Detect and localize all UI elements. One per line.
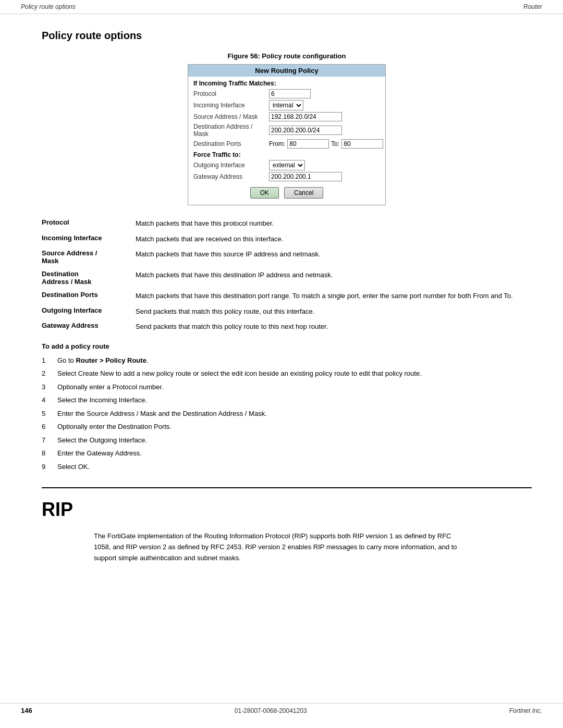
step-3: 3 Optionally enter a Protocol number.: [42, 382, 532, 392]
dialog-section-label: If Incoming Traffic Matches:: [193, 80, 380, 87]
step-num-4: 4: [42, 395, 57, 405]
header-bar: Policy route options Router: [0, 0, 563, 14]
field-name-destination-ports: Destination Ports: [42, 291, 136, 299]
rip-content: The FortiGate implementation of the Rout…: [42, 531, 469, 563]
dialog-row-destination-ports: Destination Ports From: To:: [193, 139, 380, 149]
step-text-8: Enter the Gateway Address.: [57, 448, 532, 459]
page-container: Policy route options Router Policy route…: [0, 0, 563, 728]
dialog-row-destination-address: Destination Address / Mask: [193, 123, 380, 138]
field-row-incoming-interface: Incoming Interface Match packets that ar…: [42, 234, 532, 244]
from-label: From:: [269, 140, 285, 147]
label-destination-address: Destination Address / Mask: [193, 123, 269, 138]
footer-doc: 01-28007-0068-20041203: [235, 707, 307, 714]
input-source-address[interactable]: [269, 112, 342, 121]
field-row-source-address: Source Address /Mask Match packets that …: [42, 249, 532, 265]
step-4: 4 Select the Incoming Interface.: [42, 395, 532, 405]
step-2: 2 Select Create New to add a new policy …: [42, 368, 532, 379]
step-text-6: Optionally enter the Destination Ports.: [57, 422, 532, 432]
field-desc-gateway-address: Send packets that match this policy rout…: [136, 322, 532, 332]
value-incoming-interface: internal: [269, 100, 380, 110]
field-name-destination-address: DestinationAddress / Mask: [42, 270, 136, 286]
step-num-8: 8: [42, 448, 57, 459]
select-incoming-interface[interactable]: internal: [269, 100, 303, 110]
input-port-from[interactable]: [287, 139, 329, 149]
field-name-gateway-address: Gateway Address: [42, 322, 136, 329]
step-9: 9 Select OK.: [42, 462, 532, 472]
value-destination-ports: From: To:: [269, 139, 383, 149]
field-name-incoming-interface: Incoming Interface: [42, 234, 136, 242]
field-name-protocol: Protocol: [42, 218, 136, 226]
value-source-address: [269, 112, 380, 121]
dialog-row-protocol: Protocol: [193, 89, 380, 98]
field-desc-outgoing-interface: Send packets that match this policy rout…: [136, 306, 532, 317]
value-protocol: [269, 89, 380, 98]
step-num-7: 7: [42, 435, 57, 446]
to-label: To:: [331, 140, 339, 147]
step-text-2: Select Create New to add a new policy ro…: [57, 368, 532, 379]
field-desc-protocol: Match packets that have this protocol nu…: [136, 218, 532, 229]
step-num-1: 1: [42, 355, 57, 366]
label-source-address: Source Address / Mask: [193, 113, 269, 120]
step-text-4: Select the Incoming Interface.: [57, 395, 532, 405]
footer-company: Fortinet Inc.: [509, 707, 542, 714]
label-outgoing-interface: Outgoing Interface: [193, 162, 269, 169]
step-text-7: Select the Outgoing Interface.: [57, 435, 532, 446]
label-gateway-address: Gateway Address: [193, 173, 269, 180]
field-name-source-address: Source Address /Mask: [42, 249, 136, 265]
step-text-3: Optionally enter a Protocol number.: [57, 382, 532, 392]
input-port-to[interactable]: [341, 139, 383, 149]
field-name-outgoing-interface: Outgoing Interface: [42, 306, 136, 314]
input-gateway-address[interactable]: [269, 172, 342, 181]
dialog-row-outgoing-interface: Outgoing Interface external: [193, 160, 380, 170]
field-desc-source-address: Match packets that have this source IP a…: [136, 249, 532, 260]
rip-section: RIP The FortiGate implementation of the …: [42, 487, 532, 563]
page-title: Policy route options: [42, 30, 532, 42]
field-desc-destination-ports: Match packets that have this destination…: [136, 291, 532, 301]
step-1: 1 Go to Router > Policy Route.: [42, 355, 532, 366]
step-text-5: Enter the Source Address / Mask and the …: [57, 409, 532, 419]
step-num-6: 6: [42, 422, 57, 432]
figure-caption: Figure 56: Policy route configuration: [42, 52, 532, 60]
footer: 146 01-28007-0068-20041203 Fortinet Inc.: [0, 703, 563, 718]
field-row-destination-ports: Destination Ports Match packets that hav…: [42, 291, 532, 301]
ports-row: From: To:: [269, 139, 383, 149]
dialog-title: New Routing Policy: [188, 65, 385, 77]
ok-button[interactable]: OK: [250, 187, 279, 199]
instructions-list: 1 Go to Router > Policy Route. 2 Select …: [42, 355, 532, 472]
select-outgoing-interface[interactable]: external: [269, 160, 305, 170]
cancel-button[interactable]: Cancel: [284, 187, 323, 199]
field-row-destination-address: DestinationAddress / Mask Match packets …: [42, 270, 532, 286]
header-right: Router: [523, 3, 542, 10]
value-gateway-address: [269, 172, 380, 181]
force-section-label: Force Traffic to:: [193, 151, 380, 158]
dialog-box: New Routing Policy If Incoming Traffic M…: [188, 64, 386, 205]
value-destination-address: [269, 126, 380, 135]
dialog-row-source-address: Source Address / Mask: [193, 112, 380, 121]
field-desc-destination-address: Match packets that have this destination…: [136, 270, 532, 280]
step-num-9: 9: [42, 462, 57, 472]
field-row-gateway-address: Gateway Address Send packets that match …: [42, 322, 532, 332]
step-6: 6 Optionally enter the Destination Ports…: [42, 422, 532, 432]
field-desc-incoming-interface: Match packets that are received on this …: [136, 234, 532, 244]
step-text-9: Select OK.: [57, 462, 532, 472]
input-destination-address[interactable]: [269, 126, 342, 135]
label-incoming-interface: Incoming Interface: [193, 102, 269, 109]
instructions-title: To add a policy route: [42, 342, 532, 350]
label-destination-ports: Destination Ports: [193, 140, 269, 147]
main-content: Policy route options Figure 56: Policy r…: [0, 14, 563, 584]
header-left: Policy route options: [21, 3, 76, 10]
dialog-body: If Incoming Traffic Matches: Protocol In…: [188, 77, 385, 205]
rip-title: RIP: [42, 499, 532, 521]
step-7: 7 Select the Outgoing Interface.: [42, 435, 532, 446]
field-row-outgoing-interface: Outgoing Interface Send packets that mat…: [42, 306, 532, 317]
dialog-buttons: OK Cancel: [193, 183, 380, 202]
step-5: 5 Enter the Source Address / Mask and th…: [42, 409, 532, 419]
dialog-wrapper: New Routing Policy If Incoming Traffic M…: [42, 64, 532, 205]
step-num-3: 3: [42, 382, 57, 392]
input-protocol[interactable]: [269, 89, 311, 98]
label-protocol: Protocol: [193, 90, 269, 97]
dialog-row-incoming-interface: Incoming Interface internal: [193, 100, 380, 110]
step-num-5: 5: [42, 409, 57, 419]
footer-page: 146: [21, 707, 32, 714]
value-outgoing-interface: external: [269, 160, 380, 170]
